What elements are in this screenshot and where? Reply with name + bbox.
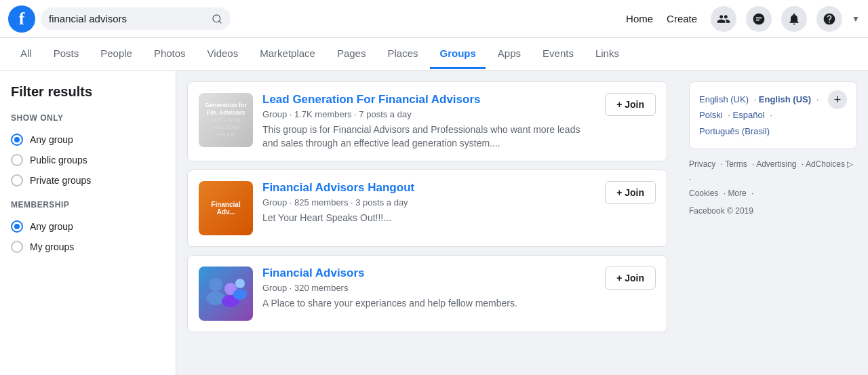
top-nav: f Home Create ▼: [0, 0, 868, 38]
tab-people[interactable]: People: [91, 39, 142, 69]
language-box: + English (UK) · English (US) · Polski ·…: [689, 81, 857, 149]
radio-private-groups[interactable]: Private groups: [11, 170, 165, 191]
tab-marketplace[interactable]: Marketplace: [250, 39, 325, 69]
radio-any-group-mem[interactable]: Any group: [11, 216, 165, 237]
messenger-icon: [752, 12, 766, 26]
radio-btn-private-groups: [11, 174, 23, 186]
dropdown-arrow[interactable]: ▼: [852, 14, 860, 24]
radio-any-group-show[interactable]: Any group: [11, 130, 165, 150]
group-avatar-hangout: Financial Adv...: [199, 181, 253, 235]
group-card-fa: Financial Advisors Group · 320 members A…: [187, 255, 667, 332]
radio-my-groups[interactable]: My groups: [11, 237, 165, 257]
radio-label-private-groups: Private groups: [30, 175, 91, 186]
lang-polski[interactable]: Polski: [699, 110, 723, 120]
svg-point-6: [235, 279, 245, 288]
facebook-logo[interactable]: f: [8, 5, 35, 33]
search-icon: [212, 14, 222, 24]
fb-letter: f: [19, 10, 25, 28]
tab-groups[interactable]: Groups: [430, 39, 485, 69]
group-card-hangout: Financial Adv... Financial Advisors Hang…: [187, 170, 667, 247]
group-desc-fa: A Place to share your experiances and he…: [262, 297, 595, 311]
group-name-hangout[interactable]: Financial Advisors Hangout: [262, 181, 595, 195]
radio-btn-public-groups: [11, 154, 23, 166]
footer-advertising[interactable]: Advertising: [756, 159, 796, 169]
lang-portugues[interactable]: Português (Brasil): [699, 126, 770, 136]
friends-icon-button[interactable]: [711, 6, 736, 32]
radio-btn-any-group-mem: [11, 220, 23, 233]
notifications-icon-button[interactable]: [781, 6, 807, 32]
tab-pages[interactable]: Pages: [328, 39, 376, 69]
messenger-icon-button[interactable]: [746, 6, 772, 32]
sidebar-title: Filter results: [11, 84, 165, 100]
footer-sep-5: ·: [721, 189, 728, 198]
tab-places[interactable]: Places: [378, 39, 427, 69]
footer-privacy[interactable]: Privacy: [689, 159, 715, 169]
nav-icons: ▼: [711, 6, 860, 32]
tab-apps[interactable]: Apps: [488, 39, 530, 69]
home-link[interactable]: Home: [626, 13, 653, 24]
footer-sep-6: ·: [749, 189, 754, 198]
bell-icon: [787, 12, 801, 26]
radio-label-public-groups: Public groups: [30, 155, 87, 165]
avatar-text-hangout: Financial Adv...: [199, 198, 253, 218]
lang-sep-3: ·: [726, 110, 733, 120]
group-avatar-lead-gen: Generation for Fin. AdvisorsEXCLUSIVE FA…: [199, 93, 253, 147]
footer-copyright: Facebook © 2019: [689, 204, 857, 219]
group-card-lead-gen: Generation for Fin. AdvisorsEXCLUSIVE FA…: [187, 81, 667, 161]
footer-adchoices[interactable]: AdChoices ▷: [806, 159, 853, 169]
tab-photos[interactable]: Photos: [144, 39, 195, 69]
footer-sep-1: ·: [718, 159, 725, 169]
svg-point-2: [209, 278, 222, 292]
lang-sep-1: ·: [751, 94, 759, 104]
svg-line-1: [219, 21, 221, 23]
radio-public-groups[interactable]: Public groups: [11, 150, 165, 170]
lang-espanol[interactable]: Español: [733, 110, 765, 120]
footer-links: Privacy · Terms · Advertising · AdChoice…: [689, 157, 857, 218]
create-link[interactable]: Create: [667, 13, 697, 24]
search-box: [41, 7, 231, 30]
group-info-fa: Financial Advisors Group · 320 members A…: [262, 267, 595, 311]
question-icon: [823, 12, 836, 26]
search-input[interactable]: [49, 13, 212, 24]
help-icon-button[interactable]: [816, 6, 842, 32]
lang-sep-2: ·: [814, 94, 818, 104]
sidebar: Filter results SHOW ONLY Any group Publi…: [0, 71, 176, 375]
group-meta-hangout: Group · 825 members · 3 posts a day: [262, 197, 595, 208]
tab-videos[interactable]: Videos: [198, 39, 248, 69]
main-content: Filter results SHOW ONLY Any group Publi…: [0, 71, 868, 375]
footer-sep-4: ·: [689, 174, 691, 184]
membership-label: MEMBERSHIP: [11, 200, 165, 210]
lang-sep-4: ·: [768, 110, 772, 120]
group-desc-lead-gen: This group is for Financial Advisors and…: [262, 123, 595, 150]
right-panel: + English (UK) · English (US) · Polski ·…: [678, 71, 868, 375]
join-button-fa[interactable]: + Join: [605, 267, 656, 290]
tab-posts[interactable]: Posts: [44, 39, 89, 69]
group-info-lead-gen: Lead Generation For Financial Advisors G…: [262, 93, 595, 150]
avatar-text-lead-gen: Generation for Fin. AdvisorsEXCLUSIVE FA…: [199, 99, 253, 141]
results-area: Generation for Fin. AdvisorsEXCLUSIVE FA…: [176, 71, 678, 375]
footer-sep-3: ·: [800, 159, 806, 169]
lang-english-uk[interactable]: English (UK): [699, 94, 749, 104]
fa-avatar-illustration: [202, 270, 250, 317]
group-desc-hangout: Let Your Heart Speaks Out!!!...: [262, 212, 595, 225]
group-name-lead-gen[interactable]: Lead Generation For Financial Advisors: [262, 93, 595, 106]
tab-events[interactable]: Events: [533, 39, 583, 69]
footer-cookies[interactable]: Cookies: [689, 189, 718, 198]
svg-point-7: [233, 289, 247, 300]
tab-links[interactable]: Links: [586, 39, 629, 69]
footer-more[interactable]: More: [728, 189, 746, 198]
footer-terms[interactable]: Terms: [725, 159, 747, 169]
footer-sep-2: ·: [750, 159, 756, 169]
add-language-button[interactable]: +: [828, 90, 847, 109]
tab-all[interactable]: All: [11, 39, 41, 69]
group-meta-lead-gen: Group · 1.7K members · 7 posts a day: [262, 109, 595, 119]
join-button-lead-gen[interactable]: + Join: [605, 93, 656, 116]
group-name-fa[interactable]: Financial Advisors: [262, 267, 595, 280]
search-submit-button[interactable]: [212, 14, 222, 24]
radio-label-any-group-show: Any group: [30, 134, 73, 145]
join-button-hangout[interactable]: + Join: [605, 181, 656, 204]
radio-btn-any-group-show: [11, 134, 23, 146]
language-links: English (UK) · English (US) · Polski · E…: [699, 92, 847, 139]
show-only-label: SHOW ONLY: [11, 113, 165, 123]
lang-english-us[interactable]: English (US): [759, 94, 811, 104]
